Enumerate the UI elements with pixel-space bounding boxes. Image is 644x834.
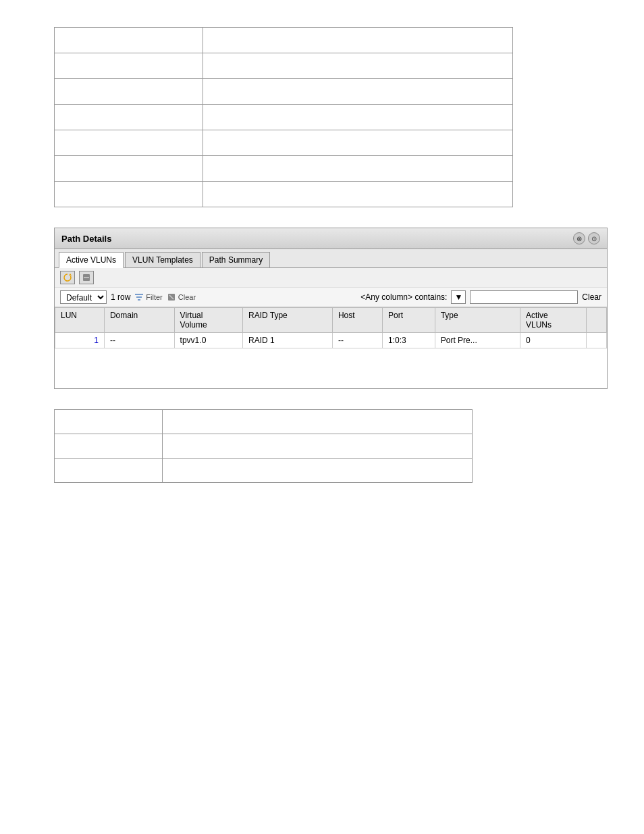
tab-path-summary[interactable]: Path Summary: [202, 252, 270, 267]
data-table-area: LUN Domain VirtualVolume RAID Type Host …: [55, 307, 607, 388]
filter-label: Filter: [146, 293, 162, 301]
svg-rect-2: [84, 277, 89, 278]
col-port: Port: [383, 308, 435, 333]
vlun-table: LUN Domain VirtualVolume RAID Type Host …: [55, 307, 607, 348]
cell-extra: [586, 333, 606, 348]
top-table-cell-col2: [203, 105, 512, 130]
any-column-label: <Any column> contains:: [360, 292, 447, 302]
cell-lun: 1: [55, 333, 105, 348]
filter-preset-select[interactable]: Default: [60, 290, 107, 304]
tab-active-vluns[interactable]: Active VLUNs: [59, 252, 124, 268]
top-table-cell-col2: [203, 28, 512, 53]
cell-domain: --: [104, 333, 174, 348]
table-row: [55, 105, 513, 130]
cell-raid-type: RAID 1: [242, 333, 332, 348]
col-host: Host: [332, 308, 382, 333]
export-button[interactable]: [79, 271, 94, 284]
bottom-table-cell-col1: [55, 459, 163, 483]
bottom-table-cell-col2: [162, 434, 472, 459]
table-header-row: LUN Domain VirtualVolume RAID Type Host …: [55, 308, 607, 333]
table-row: [55, 79, 513, 105]
panel-toolbar: [55, 268, 607, 288]
bottom-table: [54, 409, 473, 483]
collapse-icon[interactable]: ⊗: [573, 232, 585, 244]
col-type: Type: [435, 308, 520, 333]
cell-active-vluns: 0: [520, 333, 586, 348]
clear-filter-label: Clear: [178, 293, 196, 301]
refresh-icon: [63, 273, 72, 282]
top-table: [54, 27, 513, 207]
top-table-cell-col1: [55, 130, 203, 156]
col-active-vluns: ActiveVLUNs: [520, 308, 586, 333]
cell-virtual-volume: tpvv1.0: [174, 333, 242, 348]
table-body: 1 -- tpvv1.0 RAID 1 -- 1:0:3 Port Pre...…: [55, 333, 607, 348]
col-domain: Domain: [104, 308, 174, 333]
top-table-cell-col2: [203, 79, 512, 105]
table-row: [55, 28, 513, 53]
top-table-cell-col1: [55, 53, 203, 79]
top-table-cell-col2: [203, 53, 512, 79]
top-table-cell-col1: [55, 28, 203, 53]
tab-vlun-templates[interactable]: VLUN Templates: [125, 252, 200, 267]
table-row: [55, 53, 513, 79]
table-header: LUN Domain VirtualVolume RAID Type Host …: [55, 308, 607, 333]
panel-icon-buttons: ⊗ ⊙: [573, 232, 600, 244]
col-raid-type: RAID Type: [242, 308, 332, 333]
bottom-table-cell-col2: [162, 410, 472, 434]
table-row: [55, 182, 513, 207]
top-table-cell-col1: [55, 105, 203, 130]
panel-title: Path Details: [61, 234, 111, 244]
col-extra: [586, 308, 606, 333]
table-row: [55, 130, 513, 156]
export-icon: [82, 273, 91, 282]
filter-search-input[interactable]: [470, 290, 578, 304]
col-lun: LUN: [55, 308, 105, 333]
cell-type: Port Pre...: [435, 333, 520, 348]
col-virtual-volume: VirtualVolume: [174, 308, 242, 333]
table-row: [55, 459, 473, 483]
bottom-table-cell-col2: [162, 459, 472, 483]
cell-host: --: [332, 333, 382, 348]
clear-filter-icon: [167, 292, 176, 302]
top-table-cell-col1: [55, 156, 203, 182]
row-count-label: 1 row: [111, 292, 130, 302]
svg-marker-0: [69, 273, 72, 276]
table-row: [55, 410, 473, 434]
bottom-table-cell-col1: [55, 434, 163, 459]
clear-search-button[interactable]: Clear: [582, 292, 601, 302]
top-table-cell-col1: [55, 79, 203, 105]
table-row: [55, 156, 513, 182]
panel-header: Path Details ⊗ ⊙: [55, 228, 607, 249]
path-details-panel: Path Details ⊗ ⊙ Active VLUNs VLUN Templ…: [54, 228, 608, 389]
top-table-cell-col2: [203, 156, 512, 182]
expand-icon[interactable]: ⊙: [588, 232, 600, 244]
clear-filter-button[interactable]: Clear: [167, 292, 196, 302]
refresh-button[interactable]: [60, 271, 75, 284]
filter-bar: Default 1 row Filter Clear <Any column> …: [55, 288, 607, 307]
filter-button[interactable]: Filter: [134, 292, 162, 302]
table-row: [55, 434, 473, 459]
bottom-table-cell-col1: [55, 410, 163, 434]
top-table-cell-col2: [203, 182, 512, 207]
top-table-cell-col2: [203, 130, 512, 156]
table-row: 1 -- tpvv1.0 RAID 1 -- 1:0:3 Port Pre...…: [55, 333, 607, 348]
any-column-dropdown[interactable]: ▼: [451, 290, 466, 304]
top-table-cell-col1: [55, 182, 203, 207]
tab-bar: Active VLUNs VLUN Templates Path Summary: [55, 249, 607, 268]
filter-icon-svg: [134, 292, 144, 302]
cell-port: 1:0:3: [383, 333, 435, 348]
